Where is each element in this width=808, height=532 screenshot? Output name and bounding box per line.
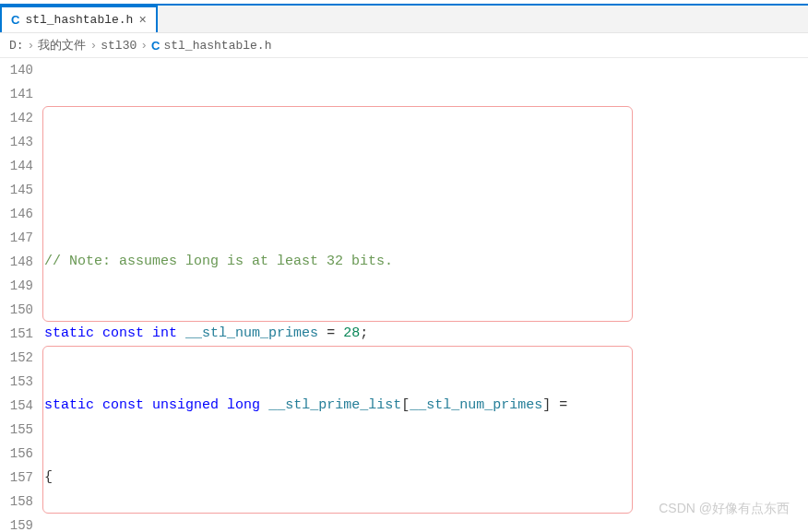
line-number: 150 <box>0 298 33 322</box>
identifier: __stl_num_primes <box>410 397 542 413</box>
breadcrumb-segment[interactable]: D: <box>9 39 24 53</box>
code-line: static const int __stl_num_primes = 28; <box>44 322 808 346</box>
punct: ; <box>360 325 368 341</box>
breadcrumb[interactable]: D: › 我的文件 › stl30 › C stl_hashtable.h <box>0 33 808 58</box>
line-number: 157 <box>0 466 33 490</box>
keyword: long <box>227 397 260 413</box>
line-number: 144 <box>0 154 33 178</box>
line-number: 158 <box>0 490 33 514</box>
chevron-right-icon: › <box>28 39 35 53</box>
tab-stl-hashtable[interactable]: C stl_hashtable.h × <box>0 6 158 32</box>
line-number: 156 <box>0 442 33 466</box>
code-line: // Note: assumes long is at least 32 bit… <box>44 250 808 274</box>
breadcrumb-segment[interactable]: 我的文件 <box>38 37 86 53</box>
punct: ] = <box>542 397 567 413</box>
chevron-right-icon: › <box>89 39 97 53</box>
line-number: 148 <box>0 250 33 274</box>
c-file-icon: C <box>151 39 160 53</box>
brace: { <box>44 469 53 485</box>
identifier: __stl_prime_list <box>268 397 401 413</box>
editor-area[interactable]: 140 141 142 143 144 145 146 147 148 149 … <box>0 58 808 532</box>
line-number: 151 <box>0 322 33 346</box>
code-line: static const unsigned long __stl_prime_l… <box>44 394 808 418</box>
watermark: CSDN @好像有点东西 <box>659 501 790 517</box>
line-number: 147 <box>0 226 33 250</box>
operator: = <box>318 325 343 341</box>
breadcrumb-filename: stl_hashtable.h <box>163 39 271 53</box>
tab-bar: C stl_hashtable.h × <box>0 6 808 33</box>
line-number: 153 <box>0 370 33 394</box>
line-number: 142 <box>0 106 33 130</box>
chevron-right-icon: › <box>140 39 148 53</box>
tab-filename: stl_hashtable.h <box>25 13 133 27</box>
line-number: 141 <box>0 82 33 106</box>
close-icon[interactable]: × <box>138 13 146 28</box>
comment: // Note: assumes long is at least 32 bit… <box>44 254 393 269</box>
keyword: const <box>102 325 144 341</box>
line-number: 143 <box>0 130 33 154</box>
keyword: static <box>44 397 94 413</box>
punct: [ <box>401 397 410 413</box>
code-content[interactable]: // Note: assumes long is at least 32 bit… <box>44 58 808 532</box>
line-number-gutter: 140 141 142 143 144 145 146 147 148 149 … <box>0 58 44 532</box>
keyword: const <box>102 397 144 413</box>
line-number: 155 <box>0 418 33 442</box>
line-number: 146 <box>0 202 33 226</box>
line-number: 149 <box>0 274 33 298</box>
line-number: 159 <box>0 514 33 532</box>
number: 28 <box>343 325 360 341</box>
line-number: 152 <box>0 346 33 370</box>
line-number: 145 <box>0 178 33 202</box>
code-line <box>44 178 808 202</box>
highlight-box <box>42 106 633 322</box>
keyword: unsigned <box>152 397 219 413</box>
code-line: { <box>44 466 808 490</box>
breadcrumb-segment[interactable]: stl30 <box>101 39 137 53</box>
breadcrumb-file[interactable]: C stl_hashtable.h <box>151 39 271 53</box>
line-number: 140 <box>0 58 33 82</box>
line-number: 154 <box>0 394 33 418</box>
keyword: static <box>44 325 94 341</box>
keyword: int <box>152 325 177 341</box>
identifier: __stl_num_primes <box>185 325 318 341</box>
c-file-icon: C <box>11 13 19 27</box>
